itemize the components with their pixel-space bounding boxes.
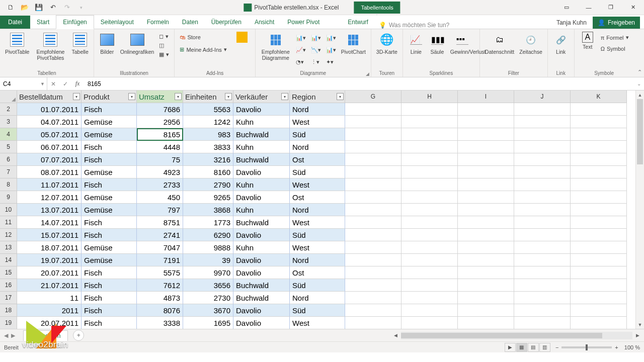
row-header[interactable]: 16 <box>0 279 17 292</box>
pie-chart-icon[interactable]: ◔▾ <box>294 56 308 67</box>
cell[interactable]: 07.07.2011 <box>17 153 82 166</box>
cell[interactable]: 3833 <box>183 141 233 153</box>
cell[interactable]: Kuhn <box>233 204 290 216</box>
cell-empty[interactable] <box>458 103 514 116</box>
cell-empty[interactable] <box>458 241 514 254</box>
cell[interactable]: 21.07.2011 <box>17 279 82 292</box>
cell[interactable]: 7686 <box>137 103 183 116</box>
cell-empty[interactable] <box>514 279 571 292</box>
cell-empty[interactable] <box>514 254 571 266</box>
cell[interactable]: 3216 <box>183 153 233 166</box>
row-header[interactable]: 15 <box>0 266 17 279</box>
cell[interactable]: Fisch <box>82 153 137 166</box>
filter-icon[interactable]: ▾ <box>225 93 232 100</box>
cell[interactable]: Gemüse <box>82 166 137 178</box>
line-chart-icon[interactable]: 📈▾ <box>294 44 308 55</box>
tab-ansicht[interactable]: Ansicht <box>248 16 281 29</box>
cell[interactable]: 797 <box>137 204 183 216</box>
cell[interactable]: 13.07.2011 <box>17 204 82 216</box>
cell-empty[interactable] <box>458 317 514 329</box>
cell-empty[interactable] <box>345 317 401 329</box>
share-button[interactable]: 👤 Freigeben <box>593 17 640 29</box>
cell[interactable]: 2956 <box>137 116 183 128</box>
row-header[interactable]: 13 <box>0 241 17 254</box>
zoom-level[interactable]: 100 % <box>624 344 640 350</box>
cell-empty[interactable] <box>458 216 514 229</box>
tab-entwurf[interactable]: Entwurf <box>341 16 375 29</box>
3d-map-button[interactable]: 🌐3D-Karte <box>374 30 399 56</box>
cell[interactable]: 2790 <box>183 178 233 191</box>
maximize-button[interactable]: ❐ <box>600 0 622 15</box>
cell-empty[interactable] <box>514 103 571 116</box>
cell[interactable]: 4448 <box>137 141 183 153</box>
cell[interactable]: 15.07.2011 <box>17 229 82 241</box>
column-header[interactable]: Umsatz▾ <box>137 90 183 103</box>
cell[interactable]: 11 <box>17 292 82 304</box>
surface-chart-icon[interactable]: ✦▾ <box>324 56 338 67</box>
cell-empty[interactable] <box>514 317 571 329</box>
cell-empty[interactable] <box>514 116 571 128</box>
filter-icon[interactable]: ▾ <box>281 93 288 100</box>
cell-empty[interactable] <box>458 292 514 304</box>
row-header[interactable]: 11 <box>0 216 17 229</box>
cell[interactable]: Ost <box>290 153 345 166</box>
cell-empty[interactable] <box>514 304 571 317</box>
hyperlink-button[interactable]: 🔗Link <box>551 30 571 56</box>
macro-record-icon[interactable]: ▶ <box>505 343 516 352</box>
cell-empty[interactable] <box>571 103 627 116</box>
combo-chart-icon[interactable]: 📊▾ <box>324 44 338 55</box>
sparkline-line-button[interactable]: 📈Linie <box>406 30 426 56</box>
cell[interactable]: 08.07.2011 <box>17 166 82 178</box>
tab-überprüfen[interactable]: Überprüfen <box>205 16 248 29</box>
cell[interactable]: West <box>290 317 345 329</box>
column-header-K[interactable]: K <box>571 90 627 103</box>
cell-empty[interactable] <box>458 204 514 216</box>
waterfall-chart-icon[interactable]: 📊▾ <box>324 32 338 43</box>
cell[interactable]: 39 <box>183 254 233 266</box>
cell-empty[interactable] <box>571 178 627 191</box>
cell-empty[interactable] <box>458 116 514 128</box>
cell-empty[interactable] <box>571 191 627 204</box>
cell[interactable]: 12.07.2011 <box>17 191 82 204</box>
cell-empty[interactable] <box>345 292 401 304</box>
cell[interactable]: 06.07.2011 <box>17 141 82 153</box>
cell[interactable]: 983 <box>183 128 233 141</box>
cell-empty[interactable] <box>401 229 458 241</box>
row-header[interactable]: 14 <box>0 254 17 266</box>
row-header[interactable]: 19 <box>0 317 17 329</box>
collapse-ribbon-icon[interactable]: ⌃ <box>637 69 642 75</box>
filter-icon[interactable]: ▾ <box>337 93 344 100</box>
cell-empty[interactable] <box>401 304 458 317</box>
sheet-nav[interactable]: ◀▶ <box>0 332 19 339</box>
cell-empty[interactable] <box>345 166 401 178</box>
cell-empty[interactable] <box>401 141 458 153</box>
page-break-view-icon[interactable]: ▥ <box>539 343 550 352</box>
cell[interactable]: Ost <box>290 266 345 279</box>
row-header[interactable]: 8 <box>0 178 17 191</box>
filter-icon[interactable]: ▾ <box>128 93 135 100</box>
cell[interactable]: Fisch <box>82 292 137 304</box>
cell-empty[interactable] <box>571 292 627 304</box>
cell[interactable]: 8165 <box>137 128 183 141</box>
cell-empty[interactable] <box>458 153 514 166</box>
cell-empty[interactable] <box>514 216 571 229</box>
cell[interactable]: Fisch <box>82 304 137 317</box>
cell-empty[interactable] <box>401 103 458 116</box>
cell-empty[interactable] <box>571 229 627 241</box>
normal-view-icon[interactable]: ▦ <box>516 343 527 352</box>
cell[interactable]: Davolio <box>233 191 290 204</box>
cell-empty[interactable] <box>401 216 458 229</box>
cancel-formula-icon[interactable]: ✕ <box>47 80 59 87</box>
pivotchart-button[interactable]: PivotChart <box>339 30 368 56</box>
cell-empty[interactable] <box>345 141 401 153</box>
row-header[interactable]: 10 <box>0 204 17 216</box>
cell-empty[interactable] <box>514 191 571 204</box>
cell[interactable]: 7191 <box>137 254 183 266</box>
cell[interactable]: Kuhn <box>233 178 290 191</box>
cell-empty[interactable] <box>401 279 458 292</box>
autosave-icon[interactable]: 🗋 <box>4 1 17 14</box>
cell[interactable]: Davolio <box>233 266 290 279</box>
cell-empty[interactable] <box>401 178 458 191</box>
cell[interactable]: 8076 <box>137 304 183 317</box>
cell[interactable]: 1773 <box>183 216 233 229</box>
